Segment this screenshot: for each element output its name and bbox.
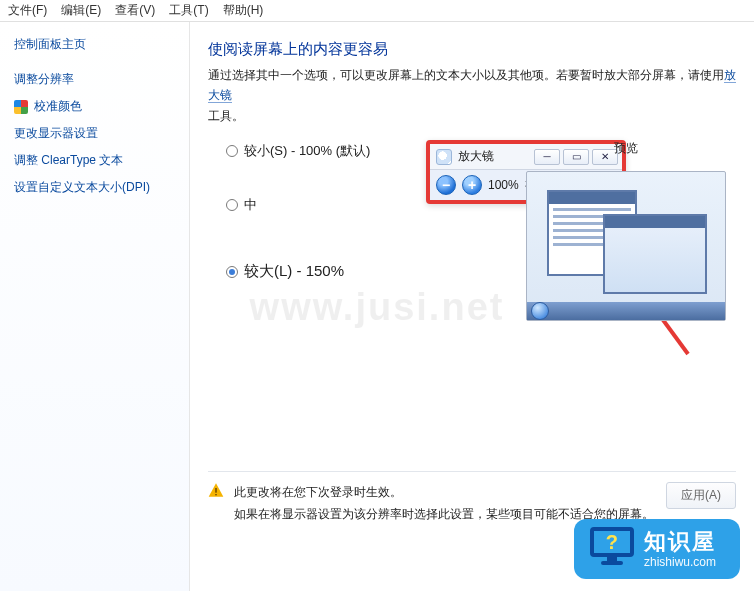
zoom-value: 100%: [488, 178, 519, 192]
page-title: 使阅读屏幕上的内容更容易: [208, 40, 736, 59]
sidebar-home[interactable]: 控制面板主页: [14, 36, 177, 53]
desc-text-b: 工具。: [208, 109, 244, 123]
start-orb-icon: [531, 302, 549, 320]
option-large-label: 较大(L) - 150%: [244, 262, 344, 281]
warning-icon: [208, 482, 224, 498]
brand-badge: ? 知识屋 zhishiwu.com: [574, 519, 740, 579]
sidebar-adjust-resolution[interactable]: 调整分辨率: [14, 71, 177, 88]
magnifier-icon: [436, 149, 452, 165]
sidebar-custom-dpi[interactable]: 设置自定义文本大小(DPI): [14, 179, 177, 196]
sidebar-adjust-cleartype[interactable]: 调整 ClearType 文本: [14, 152, 177, 169]
menu-help[interactable]: 帮助(H): [223, 2, 264, 19]
preview-section: 预览: [526, 140, 726, 321]
preview-thumbnail: [526, 171, 726, 321]
menu-file[interactable]: 文件(F): [8, 2, 47, 19]
menu-view[interactable]: 查看(V): [115, 2, 155, 19]
brand-icon: ?: [590, 527, 634, 563]
main-panel: 使阅读屏幕上的内容更容易 通过选择其中一个选项，可以更改屏幕上的文本大小以及其他…: [190, 22, 754, 591]
shield-icon: [14, 100, 28, 114]
menu-tools[interactable]: 工具(T): [169, 2, 208, 19]
brand-title: 知识屋: [644, 531, 716, 553]
menu-edit[interactable]: 编辑(E): [61, 2, 101, 19]
desc-text-a: 通过选择其中一个选项，可以更改屏幕上的文本大小以及其他项。若要暂时放大部分屏幕，…: [208, 68, 724, 82]
sidebar: 控制面板主页 调整分辨率 校准颜色 更改显示器设置 调整 ClearType 文…: [0, 22, 190, 591]
svg-rect-2: [215, 494, 216, 495]
warning-text-1: 此更改将在您下次登录时生效。: [234, 482, 656, 504]
sidebar-calibrate-color[interactable]: 校准颜色: [34, 98, 82, 115]
preview-label: 预览: [526, 140, 726, 157]
magnifier-title: 放大镜: [458, 148, 531, 165]
zoom-out-button[interactable]: −: [436, 175, 456, 195]
sidebar-change-display-settings[interactable]: 更改显示器设置: [14, 125, 177, 142]
brand-domain: zhishiwu.com: [644, 555, 716, 569]
menubar: 文件(F) 编辑(E) 查看(V) 工具(T) 帮助(H): [0, 0, 754, 22]
radio-medium[interactable]: [226, 199, 238, 211]
page-description: 通过选择其中一个选项，可以更改屏幕上的文本大小以及其他项。若要暂时放大部分屏幕，…: [208, 65, 736, 126]
radio-small[interactable]: [226, 145, 238, 157]
divider: [208, 471, 736, 472]
radio-large[interactable]: [226, 266, 238, 278]
svg-rect-1: [215, 488, 216, 493]
option-small-label: 较小(S) - 100% (默认): [244, 142, 370, 160]
option-medium-label: 中: [244, 196, 257, 214]
zoom-in-button[interactable]: +: [462, 175, 482, 195]
apply-button[interactable]: 应用(A): [666, 482, 736, 509]
